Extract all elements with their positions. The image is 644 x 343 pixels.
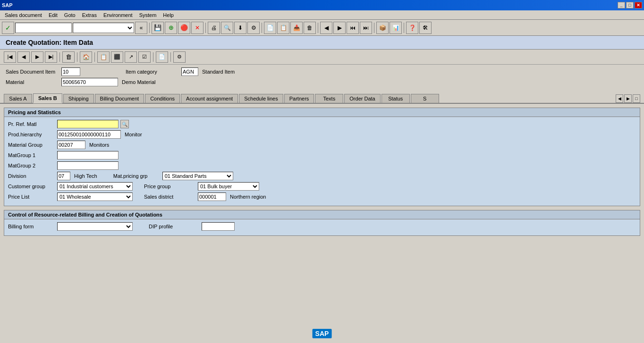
last-record-btn[interactable]: ⏭: [360, 22, 372, 34]
toolbar-sep2: [205, 23, 206, 33]
material-group-input[interactable]: [57, 141, 85, 149]
nav-select-btn[interactable]: ☑: [138, 51, 151, 63]
toolbar-sep6: [404, 23, 404, 33]
mat-pricing-grp-label: Mat.pricing grp: [113, 173, 161, 179]
menu-bar: Sales document Edit Goto Extras Environm…: [0, 10, 644, 20]
price-list-select[interactable]: 01 Wholesale 02 Retail: [57, 192, 133, 201]
tab-schedule-lines[interactable]: Schedule lines: [239, 94, 283, 103]
sales-doc-item-input[interactable]: [61, 67, 80, 76]
prod-hierarchy-label: Prod.hierarchy: [8, 132, 55, 137]
prev-record-btn[interactable]: ◀: [320, 22, 332, 34]
find-next-btn[interactable]: ⬇: [234, 22, 246, 34]
pr-ref-matl-input[interactable]: [57, 120, 119, 128]
menu-sales-document[interactable]: Sales document: [2, 11, 45, 19]
sales-district-input[interactable]: [198, 192, 226, 201]
tab-order-data[interactable]: Order Data: [344, 94, 380, 103]
save-button[interactable]: 💾: [152, 22, 164, 34]
dip-profile-input[interactable]: [202, 222, 235, 231]
menu-goto[interactable]: Goto: [61, 11, 78, 19]
tab-partners[interactable]: Partners: [284, 94, 314, 103]
item-category-text: Standard Item: [202, 69, 235, 75]
pr-ref-matl-search-btn[interactable]: 🔍: [120, 120, 129, 128]
tab-texts[interactable]: Texts: [315, 94, 343, 103]
more2-btn[interactable]: 📊: [390, 22, 402, 34]
toolbar-select[interactable]: [73, 23, 134, 33]
matgroup2-input[interactable]: [57, 161, 119, 170]
insert-btn[interactable]: 📥: [290, 22, 303, 34]
nav-settings-btn[interactable]: ⚙: [173, 51, 186, 63]
menu-help[interactable]: Help: [160, 11, 177, 19]
shortcut-btn[interactable]: ⊕: [165, 22, 177, 34]
first-btn[interactable]: «: [135, 22, 147, 34]
nav-sep5: [170, 52, 171, 62]
matgroup2-label: MatGroup 2: [8, 163, 55, 168]
tab-status[interactable]: Status: [381, 94, 410, 103]
tab-shipping[interactable]: Shipping: [63, 94, 94, 103]
toolbar-sep4: [318, 23, 318, 33]
billing-panel-content: Billing form DIP profile: [4, 219, 640, 235]
item-category-input[interactable]: [181, 67, 198, 76]
tab-billing-document[interactable]: Billing Document: [95, 94, 144, 103]
tab-s[interactable]: S: [411, 94, 439, 103]
page-title-bar: Create Quotation: Item Data: [0, 36, 644, 50]
matgroup1-row: MatGroup 1: [8, 151, 636, 159]
nav-ref-btn[interactable]: ↗: [125, 51, 137, 63]
nav-doc-btn[interactable]: 📄: [156, 51, 168, 63]
next-record-btn[interactable]: ▶: [333, 22, 346, 34]
nav-first-btn[interactable]: |◀: [4, 51, 16, 63]
tab-scroll-left[interactable]: ◀: [616, 94, 623, 103]
back-btn[interactable]: ✕: [191, 22, 203, 34]
confirm-button[interactable]: ✓: [2, 22, 14, 34]
matgroup1-input[interactable]: [57, 151, 119, 159]
toolbar-sep5: [374, 23, 374, 33]
mat-pricing-grp-select[interactable]: 01 Standard Parts 02 Spare Parts 03 Serv…: [162, 172, 233, 180]
nav-home-btn[interactable]: 🏠: [80, 51, 92, 63]
delete-btn[interactable]: 🗑: [304, 22, 316, 34]
tab-scroll-right[interactable]: ▶: [624, 94, 632, 103]
nav-multi-btn[interactable]: ⬛: [111, 51, 123, 63]
division-code-input[interactable]: [57, 172, 70, 180]
material-group-label: Material Group: [8, 142, 55, 148]
nav-delete-btn[interactable]: 🗑: [62, 51, 75, 63]
billing-panel-title: Control of Resource-related Billing and …: [4, 210, 640, 219]
first-record-btn[interactable]: ⏮: [347, 22, 359, 34]
print-btn[interactable]: 🖨: [208, 22, 220, 34]
more1-btn[interactable]: 📦: [376, 22, 389, 34]
material-label: Material: [6, 79, 58, 85]
title-bar-buttons: _ □ ✕: [618, 2, 642, 8]
price-group-label: Price group: [144, 184, 191, 189]
tab-expand[interactable]: □: [633, 94, 640, 103]
tab-conditions[interactable]: Conditions: [145, 94, 180, 103]
customer-group-select[interactable]: 01 Industrial customers 02 End customers: [57, 182, 133, 191]
menu-environment[interactable]: Environment: [101, 11, 136, 19]
find-btn[interactable]: 🔍: [221, 22, 233, 34]
prod-hierarchy-input[interactable]: [57, 130, 121, 139]
command-input[interactable]: [15, 23, 72, 33]
tab-account-assignment[interactable]: Account assignment: [181, 94, 238, 103]
customize-btn[interactable]: 🛠: [419, 22, 432, 34]
nav-next-btn[interactable]: ▶: [31, 51, 43, 63]
menu-edit[interactable]: Edit: [46, 11, 60, 19]
nav-copy-btn[interactable]: 📋: [97, 51, 110, 63]
nav-last-btn[interactable]: ▶|: [45, 51, 57, 63]
menu-extras[interactable]: Extras: [79, 11, 100, 19]
main-content: Pricing and Statistics Pr. Ref. Matl 🔍 P…: [0, 104, 644, 243]
settings-btn[interactable]: ⚙: [247, 22, 260, 34]
header-row-2: Material Demo Material: [6, 78, 638, 86]
tab-sales-b[interactable]: Sales B: [33, 93, 62, 103]
price-group-select[interactable]: 01 Bulk buyer 02 Retail: [198, 182, 259, 191]
minimize-button[interactable]: _: [618, 2, 625, 8]
billing-form-select[interactable]: [57, 222, 133, 231]
new-btn[interactable]: 📄: [264, 22, 276, 34]
billing-form-row: Billing form DIP profile: [8, 222, 636, 231]
material-group-text: Monitors: [89, 142, 109, 148]
close-button[interactable]: ✕: [635, 2, 642, 8]
help-btn[interactable]: ❓: [406, 22, 418, 34]
copy-btn[interactable]: 📋: [277, 22, 289, 34]
tab-sales-a[interactable]: Sales A: [4, 94, 32, 103]
menu-system[interactable]: System: [136, 11, 160, 19]
stop-btn[interactable]: 🔴: [178, 22, 190, 34]
restore-button[interactable]: □: [626, 2, 634, 8]
nav-prev-btn[interactable]: ◀: [17, 51, 30, 63]
material-input[interactable]: [61, 78, 118, 86]
